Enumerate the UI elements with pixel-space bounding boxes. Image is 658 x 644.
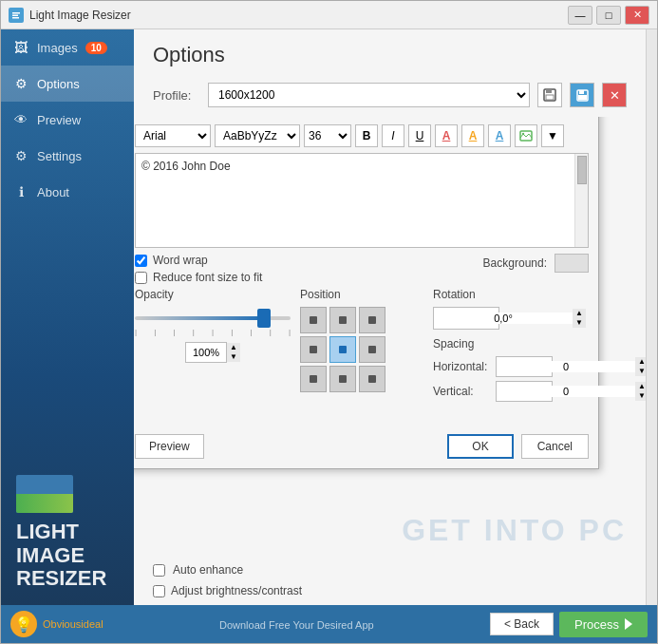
pos-bot-right[interactable] — [359, 366, 385, 392]
horizontal-spacing-row: Horizontal: ▲ ▼ — [433, 356, 589, 377]
v-spin-down[interactable]: ▼ — [635, 391, 646, 401]
font-color-b-button[interactable]: A — [461, 124, 484, 147]
pos-mid-right[interactable] — [359, 336, 385, 363]
opacity-up[interactable]: ▲ — [227, 343, 240, 352]
brightness-checkbox[interactable] — [153, 585, 165, 597]
vertical-input[interactable] — [497, 386, 635, 397]
vertical-spacing-row: Vertical: ▲ ▼ — [433, 381, 589, 402]
brightness-label: Adjust brightness/contrast — [171, 584, 302, 597]
content-area: Options Profile: 1600x1200 ✕ — [134, 29, 646, 605]
sidebar-item-preview[interactable]: 👁 Preview — [1, 102, 134, 138]
profile-select[interactable]: 1600x1200 — [208, 83, 530, 107]
back-button[interactable]: < Back — [490, 613, 554, 635]
images-icon: 🖼 — [12, 39, 29, 56]
background-color-picker[interactable] — [555, 254, 589, 273]
vertical-input-wrapper: ▲ ▼ — [496, 381, 553, 402]
horizontal-input-wrapper: ▲ ▼ — [496, 356, 553, 377]
sidebar-item-about[interactable]: ℹ About — [1, 174, 134, 210]
reduce-font-checkbox[interactable] — [135, 272, 147, 284]
cancel-button[interactable]: Cancel — [521, 434, 589, 459]
main-layout: 🖼 Images 10 ⚙ Options 👁 Preview ⚙ Settin… — [1, 29, 657, 605]
spacing-label: Spacing — [433, 337, 589, 350]
word-wrap-row: Word wrap — [135, 254, 262, 267]
pos-bot-center[interactable] — [329, 366, 356, 392]
font-color-c-button[interactable]: A — [488, 124, 511, 147]
preview-button[interactable]: Preview — [135, 434, 204, 459]
word-wrap-checkbox[interactable] — [135, 255, 147, 267]
profile-row: Profile: 1600x1200 ✕ — [134, 77, 646, 117]
auto-enhance-checkbox[interactable] — [153, 564, 165, 577]
sidebar-item-label: About — [37, 185, 69, 199]
sidebar-item-label: Settings — [37, 149, 82, 163]
h-spin-down[interactable]: ▼ — [635, 367, 646, 376]
text-scrollbar[interactable] — [574, 154, 588, 247]
title-bar: Light Image Resizer — □ ✕ — [1, 1, 657, 29]
insert-image-button[interactable] — [515, 124, 537, 147]
sidebar-item-label: Preview — [37, 113, 81, 127]
horizontal-input[interactable] — [497, 361, 635, 372]
delete-button[interactable]: ✕ — [602, 83, 627, 107]
h-spin-up[interactable]: ▲ — [635, 357, 646, 367]
save-profile-icon-btn[interactable] — [537, 83, 562, 107]
rotation-down[interactable]: ▼ — [573, 318, 586, 328]
ok-button[interactable]: OK — [447, 434, 513, 459]
minimize-button[interactable]: — — [568, 6, 592, 25]
pos-top-center[interactable] — [329, 307, 356, 333]
images-badge: 10 — [85, 42, 107, 54]
font-color-a-button[interactable]: A — [435, 124, 458, 147]
svg-rect-2 — [12, 14, 18, 16]
svg-point-11 — [522, 133, 524, 135]
word-wrap-label: Word wrap — [153, 254, 208, 267]
rotation-spacing-section: Rotation ▲ ▼ — [433, 288, 589, 406]
bold-button[interactable]: B — [355, 124, 378, 147]
close-button[interactable]: ✕ — [625, 6, 649, 25]
right-scrollbar[interactable] — [646, 29, 657, 605]
sidebar-item-options[interactable]: ⚙ Options — [1, 66, 134, 102]
rotation-input[interactable] — [434, 313, 573, 324]
content-body: Watermark ✕ Image Text — [134, 117, 646, 605]
opacity-input[interactable] — [185, 342, 227, 363]
sidebar-item-settings[interactable]: ⚙ Settings — [1, 138, 134, 174]
preview-icon: 👁 — [12, 111, 29, 128]
pos-mid-center[interactable] — [329, 336, 356, 363]
app-window: Light Image Resizer — □ ✕ 🖼 Images 10 ⚙ … — [0, 0, 658, 644]
preview-text-select[interactable]: AaBbYyZz — [215, 124, 300, 147]
dropdown-button[interactable]: ▼ — [541, 124, 564, 147]
horizontal-spinners: ▲ ▼ — [635, 357, 646, 376]
position-grid — [300, 307, 423, 392]
pos-mid-left[interactable] — [300, 336, 327, 363]
reduce-font-label: Reduce font size to fit — [153, 271, 262, 284]
opacity-slider-track[interactable] — [135, 316, 291, 320]
dialog-footer: Preview OK Cancel — [134, 426, 598, 468]
pos-top-right[interactable] — [359, 307, 385, 333]
sidebar-item-images[interactable]: 🖼 Images 10 — [1, 29, 134, 66]
svg-rect-3 — [12, 17, 19, 19]
watermark-text-input[interactable]: © 2016 John Doe — [136, 154, 574, 247]
sidebar-item-label: Options — [37, 77, 80, 91]
text-toolbar: Arial AaBbYyZz 36 B I U A — [135, 124, 589, 147]
options-icon: ⚙ — [12, 75, 29, 92]
page-title: Options — [153, 43, 627, 67]
opacity-spinners: ▲ ▼ — [227, 343, 240, 362]
maximize-button[interactable]: □ — [596, 6, 621, 25]
font-select[interactable]: Arial — [135, 124, 211, 147]
rotation-row: ▲ ▼ — [433, 307, 589, 330]
pos-top-left[interactable] — [300, 307, 327, 333]
save-button[interactable] — [570, 83, 594, 107]
background-label: Background: — [483, 256, 547, 270]
sidebar-item-label: Images — [37, 41, 78, 55]
scroll-thumb — [577, 156, 587, 184]
rotation-up[interactable]: ▲ — [573, 309, 586, 318]
underline-button[interactable]: U — [408, 124, 431, 147]
process-button[interactable]: Process — [559, 612, 648, 637]
italic-button[interactable]: I — [382, 124, 404, 147]
vertical-spinners: ▲ ▼ — [635, 382, 646, 401]
pos-bot-left[interactable] — [300, 366, 327, 392]
opacity-ticks: ||||||||| — [135, 328, 291, 336]
opacity-value-row: ▲ ▼ — [135, 342, 291, 363]
opacity-down[interactable]: ▼ — [227, 352, 240, 362]
font-size-select[interactable]: 36 — [304, 124, 351, 147]
download-text: Download Free Your Desired App — [103, 616, 490, 633]
opacity-section: Opacity ||||||||| ▲ — [135, 288, 291, 406]
v-spin-up[interactable]: ▲ — [635, 382, 646, 391]
